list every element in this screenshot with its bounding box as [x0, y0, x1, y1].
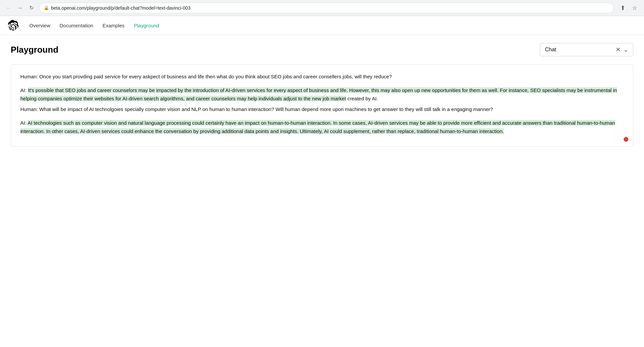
- human-message-1: Human: Once you start provding paid serv…: [20, 73, 624, 81]
- browser-nav: ← → ↻: [4, 3, 36, 13]
- red-dot-indicator: [624, 137, 628, 142]
- human-message-2: Human: What will be impact of AI technol…: [20, 105, 624, 114]
- back-button[interactable]: ←: [4, 3, 13, 13]
- nav-overview[interactable]: Overview: [29, 21, 50, 30]
- ai-highlighted-1: It's possible that SEO jobs and career c…: [20, 87, 617, 101]
- bookmark-button[interactable]: ☆: [629, 3, 640, 13]
- mode-selector[interactable]: Chat ✕ ⌄: [540, 43, 633, 56]
- page-title: Playground: [11, 45, 58, 55]
- forward-button[interactable]: →: [15, 3, 25, 13]
- mode-label: Chat: [545, 47, 612, 53]
- share-button[interactable]: ⬆: [617, 3, 628, 13]
- ai-response-2: AI: AI technologies such as computer vis…: [20, 119, 624, 136]
- chevron-down-icon[interactable]: ⌄: [623, 46, 628, 53]
- lock-icon: 🔒: [44, 5, 49, 10]
- app-header: Overview Documentation Examples Playgrou…: [0, 16, 644, 35]
- page-title-row: Playground Chat ✕ ⌄: [11, 43, 633, 56]
- conversation-area: Human: Once you start provding paid serv…: [11, 64, 633, 147]
- nav-playground[interactable]: Playground: [134, 21, 159, 30]
- ai-highlighted-2: AI technologies such as computer vision …: [20, 120, 615, 134]
- ai-normal-1: created by AI.: [346, 96, 378, 101]
- address-bar[interactable]: 🔒 beta.openai.com/playground/p/default-c…: [39, 3, 614, 13]
- page-content: Playground Chat ✕ ⌄ Human: Once you star…: [0, 35, 644, 155]
- nav-documentation[interactable]: Documentation: [60, 21, 93, 30]
- ai-prefix-1: AI:: [20, 87, 28, 93]
- human-message-1-text: Human: Once you start provding paid serv…: [20, 74, 392, 79]
- reload-button[interactable]: ↻: [27, 3, 36, 13]
- url-text: beta.openai.com/playground/p/default-cha…: [51, 5, 610, 11]
- mode-selector-icons: ✕ ⌄: [616, 46, 628, 53]
- browser-chrome: ← → ↻ 🔒 beta.openai.com/playground/p/def…: [0, 0, 644, 16]
- clear-mode-icon[interactable]: ✕: [616, 46, 621, 53]
- nav-examples[interactable]: Examples: [102, 21, 124, 30]
- ai-response-1: AI: It's possible that SEO jobs and care…: [20, 86, 624, 103]
- human-message-2-text: Human: What will be impact of AI technol…: [20, 106, 493, 112]
- ai-prefix-2: AI:: [20, 120, 28, 126]
- openai-logo: [8, 20, 19, 31]
- top-nav: Overview Documentation Examples Playgrou…: [29, 21, 159, 30]
- browser-actions: ⬆ ☆: [617, 3, 640, 13]
